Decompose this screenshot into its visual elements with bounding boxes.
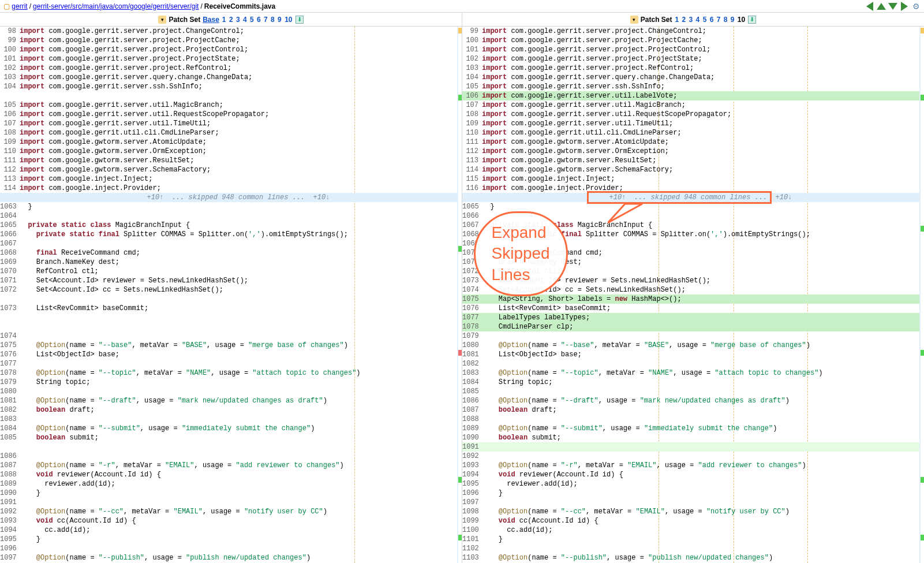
code-row[interactable]: 1077 LabelTypes labelTypes;: [462, 313, 919, 322]
code-row[interactable]: 103import com.google.gerrit.server.query…: [0, 73, 457, 82]
code-row[interactable]: 1098 @Option(name = "--cc", metaVar = "E…: [462, 507, 919, 516]
code-row[interactable]: 1092: [462, 452, 919, 461]
code-row[interactable]: 115import com.google.inject.Inject;: [462, 174, 919, 184]
code-row[interactable]: 1072 Set<Account.Id> cc = Sets.newLinked…: [0, 285, 457, 294]
code-row[interactable]: 99import com.google.gerrit.server.projec…: [0, 36, 457, 45]
code-row[interactable]: 111import com.google.gwtorm.server.Resul…: [0, 156, 457, 165]
crumb-path[interactable]: gerrit-server/src/main/java/com/google/g…: [33, 2, 199, 10]
code-row[interactable]: 114import com.google.gwtorm.server.Schem…: [462, 165, 919, 174]
nav-next-file-icon[interactable]: [900, 2, 909, 11]
code-row[interactable]: 112import com.google.gwtorm.server.OrmEx…: [462, 147, 919, 156]
code-row[interactable]: 1084 @Option(name = "--submit", usage = …: [0, 424, 457, 433]
code-row[interactable]: 1093 void cc(Account.Id id) {: [0, 516, 457, 525]
patchset-number[interactable]: 8: [723, 16, 728, 24]
code-row[interactable]: 1095 }: [0, 535, 457, 544]
patchset-number[interactable]: 1: [675, 16, 680, 24]
minimap-mark[interactable]: [921, 95, 924, 100]
minimap-mark[interactable]: [458, 477, 462, 483]
code-row[interactable]: 1078 @Option(name = "--topic", metaVar =…: [0, 368, 457, 378]
code-row[interactable]: 1080: [0, 387, 457, 396]
download-icon[interactable]: ⬇: [295, 16, 304, 24]
code-row[interactable]: 1101 }: [462, 535, 919, 544]
patchset-number[interactable]: 4: [695, 16, 701, 24]
minimap-mark[interactable]: [921, 350, 924, 356]
code-row[interactable]: 110import com.google.gwtorm.server.OrmEx…: [0, 147, 457, 156]
patchset-number[interactable]: 8: [270, 16, 275, 24]
minimap-mark[interactable]: [458, 535, 462, 540]
code-row[interactable]: 1087 boolean draft;: [462, 405, 919, 415]
nav-prev-file-icon[interactable]: [865, 2, 874, 11]
minimap-mark[interactable]: [458, 28, 462, 33]
minimap-mark[interactable]: [921, 28, 924, 33]
comment-toggle-icon[interactable]: [158, 16, 166, 24]
code-row[interactable]: 1074: [0, 331, 457, 341]
patchset-number[interactable]: 4: [242, 16, 248, 24]
patchset-number[interactable]: 6: [709, 16, 714, 24]
code-row[interactable]: 1070 RefControl ctl;: [0, 267, 457, 276]
code-row[interactable]: 1073 List<RevCommit> baseCommit;: [0, 304, 457, 313]
patchset-number[interactable]: 2: [682, 16, 687, 24]
nav-down-icon[interactable]: [888, 2, 897, 11]
patchset-number[interactable]: 2: [229, 16, 234, 24]
code-row[interactable]: 101import com.google.gerrit.server.proje…: [462, 45, 919, 54]
patchset-number[interactable]: 9: [730, 16, 735, 24]
code-row[interactable]: 1076 List<RevCommit> baseCommit;: [462, 304, 919, 313]
code-row[interactable]: [0, 322, 457, 331]
code-row[interactable]: 1083 @Option(name = "--topic", metaVar =…: [462, 368, 919, 378]
patchset-number[interactable]: 3: [235, 16, 241, 24]
patchset-number[interactable]: 5: [702, 16, 708, 24]
download-icon[interactable]: ⬇: [748, 16, 756, 24]
patchset-number[interactable]: 5: [249, 16, 255, 24]
skip-row[interactable]: +10↑ ... skipped 948 common lines ... +1…: [0, 193, 457, 202]
code-row[interactable]: 1090 boolean submit;: [462, 433, 919, 442]
code-row[interactable]: 1067: [0, 239, 457, 248]
code-row[interactable]: 1096 }: [462, 489, 919, 498]
code-row[interactable]: 1063 }: [0, 202, 457, 211]
patchset-number[interactable]: 10: [737, 16, 746, 24]
code-row[interactable]: 98import com.google.gerrit.server.projec…: [0, 27, 457, 36]
code-row[interactable]: 112import com.google.gwtorm.server.Schem…: [0, 165, 457, 174]
code-row[interactable]: 100import com.google.gerrit.server.proje…: [462, 36, 919, 45]
code-row[interactable]: 1079 String topic;: [0, 378, 457, 387]
code-row[interactable]: 1094 cc.add(id);: [0, 525, 457, 535]
code-row[interactable]: 1094 void reviewer(Account.Id id) {: [462, 470, 919, 479]
code-row[interactable]: 113import com.google.gwtorm.server.Resul…: [462, 156, 919, 165]
nav-up-icon[interactable]: [877, 2, 886, 11]
code-row[interactable]: 109import com.google.gerrit.server.util.…: [462, 119, 919, 128]
code-row[interactable]: 1093 @Option(name = "-r", metaVar = "EMA…: [462, 461, 919, 470]
code-row[interactable]: 1079: [462, 331, 919, 341]
code-row[interactable]: 102import com.google.gerrit.server.proje…: [0, 64, 457, 73]
code-row[interactable]: 1100 cc.add(id);: [462, 525, 919, 535]
code-row[interactable]: 1068 final ReceiveCommand cmd;: [0, 248, 457, 258]
code-row[interactable]: 1065 private static class MagicBranchInp…: [0, 221, 457, 230]
code-row[interactable]: 105import com.google.gerrit.server.ssh.S…: [462, 82, 919, 91]
code-row[interactable]: 110import com.google.gerrit.util.cli.Cmd…: [462, 128, 919, 137]
code-row[interactable]: 1089 @Option(name = "--submit", usage = …: [462, 424, 919, 433]
code-row[interactable]: 1097: [462, 498, 919, 507]
code-row[interactable]: 108import com.google.gerrit.server.util.…: [462, 110, 919, 119]
code-row[interactable]: 107import com.google.gerrit.server.util.…: [462, 100, 919, 110]
minimap-mark[interactable]: [921, 226, 924, 232]
code-row[interactable]: 1064: [0, 211, 457, 221]
code-row[interactable]: 108import com.google.gerrit.util.cli.Cmd…: [0, 128, 457, 137]
code-row[interactable]: 1082: [462, 359, 919, 368]
code-row[interactable]: 1096: [0, 544, 457, 553]
code-row[interactable]: 1103 @Option(name = "--publish", usage =…: [462, 553, 919, 562]
code-row[interactable]: 106import com.google.gerrit.server.util.…: [0, 110, 457, 119]
right-minimap[interactable]: [919, 27, 924, 563]
code-row[interactable]: 99import com.google.gerrit.server.projec…: [462, 27, 919, 36]
code-row[interactable]: 1086: [0, 452, 457, 461]
code-row[interactable]: 1078 CmdLineParser clp;: [462, 322, 919, 331]
code-row[interactable]: 105import com.google.gerrit.server.util.…: [0, 100, 457, 110]
code-row[interactable]: [0, 91, 457, 100]
code-row[interactable]: 1066 private static final Splitter COMMA…: [0, 230, 457, 239]
code-row[interactable]: 111import com.google.gwtorm.server.Atomi…: [462, 137, 919, 147]
code-row[interactable]: 1099 void cc(Account.Id id) {: [462, 516, 919, 525]
code-row[interactable]: 1083: [0, 415, 457, 424]
code-row[interactable]: 1087 @Option(name = "-r", metaVar = "EMA…: [0, 461, 457, 470]
crumb-gerrit[interactable]: gerrit: [12, 2, 27, 10]
code-row[interactable]: 1102: [462, 544, 919, 553]
code-row[interactable]: 1085 boolean submit;: [0, 433, 457, 442]
code-row[interactable]: 1075 @Option(name = "--base", metaVar = …: [0, 341, 457, 350]
code-row[interactable]: 1081 List<ObjectId> base;: [462, 350, 919, 359]
